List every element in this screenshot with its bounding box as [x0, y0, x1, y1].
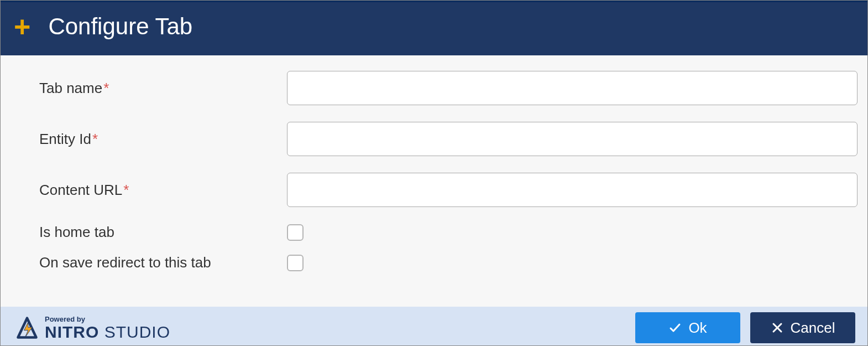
brand-area: Powered by NITRO STUDIO [15, 316, 170, 340]
plus-icon: + [14, 12, 30, 41]
cancel-button-label: Cancel [791, 319, 835, 337]
row-content-url: Content URL* [11, 173, 857, 207]
dialog-title: Configure Tab [48, 13, 192, 40]
brand-powered-by: Powered by [45, 316, 170, 323]
form-body: Tab name* Entity Id* Content URL* Is hom… [1, 55, 867, 307]
input-content-url[interactable] [287, 173, 857, 207]
dialog-header: + Configure Tab [1, 1, 867, 55]
checkbox-is-home-tab[interactable] [287, 224, 304, 241]
row-is-home-tab: Is home tab [11, 224, 857, 241]
label-on-save-redirect: On save redirect to this tab [11, 254, 287, 271]
check-icon [668, 321, 682, 334]
label-tab-name: Tab name* [11, 80, 287, 97]
input-tab-name[interactable] [287, 71, 857, 105]
brand-name-bold: NITRO [45, 323, 99, 341]
required-mark: * [123, 182, 129, 198]
label-content-url: Content URL* [11, 182, 287, 199]
ok-button[interactable]: Ok [635, 312, 740, 343]
row-on-save-redirect: On save redirect to this tab [11, 254, 857, 271]
label-entity-id-text: Entity Id [39, 131, 91, 147]
cancel-button[interactable]: Cancel [750, 312, 855, 343]
brand-name-light: STUDIO [99, 323, 170, 341]
nitro-logo-icon [15, 316, 39, 340]
row-tab-name: Tab name* [11, 71, 857, 105]
label-is-home-tab: Is home tab [11, 224, 287, 241]
required-mark: * [103, 80, 109, 96]
label-tab-name-text: Tab name [39, 80, 102, 96]
brand-text: Powered by NITRO STUDIO [45, 316, 170, 340]
row-entity-id: Entity Id* [11, 122, 857, 156]
label-entity-id: Entity Id* [11, 131, 287, 148]
footer-buttons: Ok Cancel [635, 312, 855, 343]
label-content-url-text: Content URL [39, 182, 122, 198]
dialog-footer: Powered by NITRO STUDIO Ok Cancel [1, 307, 867, 345]
ok-button-label: Ok [688, 319, 707, 337]
input-entity-id[interactable] [287, 122, 857, 156]
checkbox-on-save-redirect[interactable] [287, 255, 304, 271]
close-icon [771, 321, 784, 334]
brand-name: NITRO STUDIO [45, 324, 170, 340]
required-mark: * [92, 131, 98, 147]
